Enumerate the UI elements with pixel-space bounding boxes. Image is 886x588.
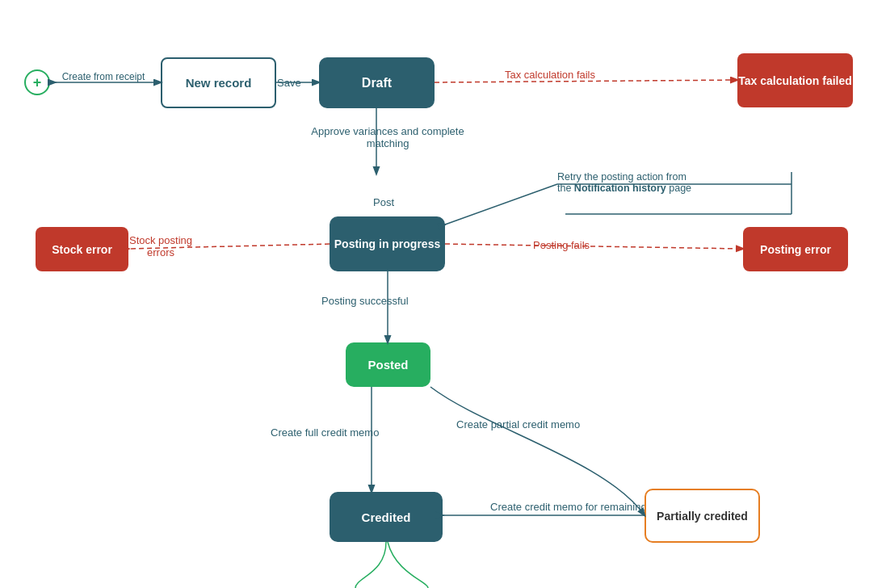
diagram: + Create from receipt New record Save Dr… xyxy=(0,0,886,588)
stock-error-node: Stock error xyxy=(36,227,128,271)
stock-posting-label: Stock postingerrors xyxy=(129,234,192,258)
start-node: + xyxy=(24,69,50,95)
post-label: Post xyxy=(373,196,394,208)
credited-node: Credited xyxy=(330,492,443,542)
svg-line-5 xyxy=(445,184,557,225)
posted-node: Posted xyxy=(346,342,430,387)
partially-credited-node: Partially credited xyxy=(645,489,760,543)
tax-calc-fails-label: Tax calculation fails xyxy=(505,69,595,81)
plus-icon: + xyxy=(33,74,42,91)
posting-fails-label: Posting fails xyxy=(533,239,590,251)
retry-label: Retry the posting action fromthe Notific… xyxy=(557,171,792,194)
posting-successful-label: Posting successful xyxy=(321,295,409,307)
create-partial-credit-label: Create partial credit memo xyxy=(456,418,580,430)
posting-error-node: Posting error xyxy=(743,227,848,271)
create-from-receipt-label: Create from receipt xyxy=(55,71,152,82)
approve-label: Approve variances and complete matching xyxy=(299,125,477,149)
svg-line-9 xyxy=(445,244,743,249)
draft-node: Draft xyxy=(319,57,435,108)
new-record-node: New record xyxy=(161,57,276,108)
tax-failed-node: Tax calculation failed xyxy=(737,53,853,107)
create-full-credit-label: Create full credit memo xyxy=(271,426,379,439)
save-label: Save xyxy=(277,77,301,89)
posting-node: Posting in progress xyxy=(330,216,445,271)
